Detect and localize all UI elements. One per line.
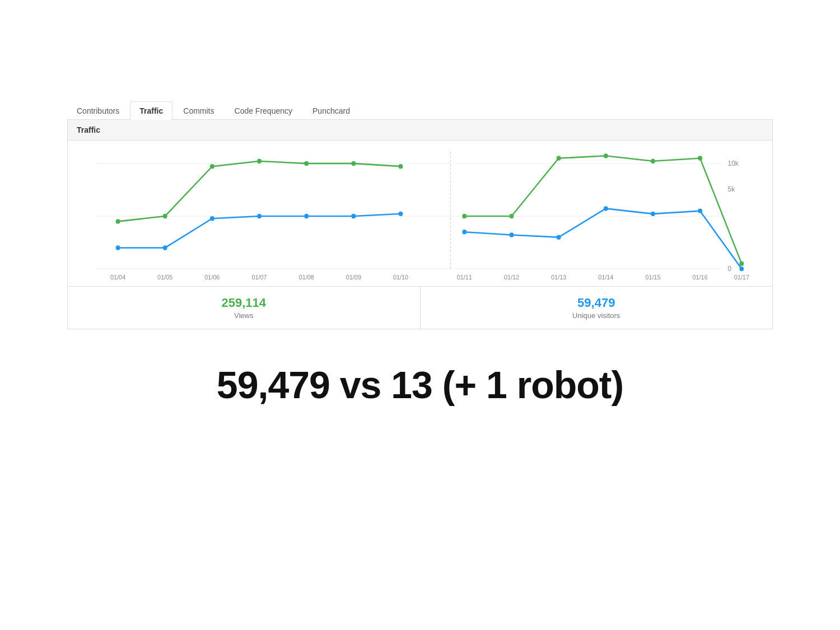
svg-point-36: [698, 156, 702, 160]
svg-text:5k: 5k: [728, 185, 735, 193]
tabs-nav: Contributors Traffic Commits Code Freque…: [67, 101, 773, 120]
tab-traffic[interactable]: Traffic: [130, 101, 172, 120]
views-count: 259,114: [77, 296, 411, 310]
tab-commits[interactable]: Commits: [174, 101, 223, 120]
chart-panel: Traffic 20k 10k 0 10k 5k 0 01/04 01/05: [67, 120, 773, 329]
tab-code-frequency[interactable]: Code Frequency: [225, 101, 302, 120]
traffic-chart-svg: 20k 10k 0 10k 5k 0 01/04 01/05 01/06 01/…: [96, 152, 761, 281]
svg-point-39: [163, 245, 167, 250]
chart-area: 20k 10k 0 10k 5k 0 01/04 01/05 01/06 01/…: [68, 141, 772, 286]
chart-title: Traffic: [68, 120, 772, 141]
svg-point-29: [351, 161, 356, 166]
svg-text:01/11: 01/11: [457, 274, 472, 281]
svg-point-41: [257, 214, 262, 218]
svg-point-40: [210, 216, 214, 221]
svg-point-24: [116, 219, 120, 223]
svg-point-45: [462, 230, 466, 234]
svg-point-51: [739, 267, 744, 271]
svg-point-25: [163, 214, 167, 218]
svg-point-44: [399, 212, 403, 216]
svg-text:01/17: 01/17: [734, 274, 749, 281]
svg-text:01/04: 01/04: [110, 274, 125, 281]
svg-point-28: [304, 161, 309, 166]
svg-point-30: [399, 164, 403, 169]
svg-text:01/16: 01/16: [692, 274, 707, 281]
svg-text:01/06: 01/06: [204, 274, 220, 281]
unique-label: Unique visitors: [430, 311, 764, 320]
svg-point-31: [462, 214, 466, 218]
svg-point-32: [510, 214, 514, 218]
svg-text:01/12: 01/12: [504, 274, 519, 281]
unique-count: 59,479: [430, 296, 764, 310]
svg-text:01/13: 01/13: [551, 274, 566, 281]
svg-text:01/14: 01/14: [598, 274, 613, 281]
svg-point-38: [116, 245, 120, 250]
svg-text:01/15: 01/15: [645, 274, 660, 281]
svg-text:01/05: 01/05: [157, 274, 172, 281]
svg-point-26: [210, 164, 214, 169]
svg-point-49: [651, 212, 655, 216]
svg-point-48: [604, 206, 608, 211]
big-text: 59,479 vs 13 (+ 1 robot): [67, 363, 773, 407]
svg-text:01/07: 01/07: [251, 274, 267, 281]
svg-point-33: [557, 156, 561, 160]
stats-row: 259,114 Views 59,479 Unique visitors: [68, 286, 772, 329]
svg-point-27: [257, 159, 262, 164]
svg-point-34: [604, 153, 608, 158]
tab-contributors[interactable]: Contributors: [67, 101, 129, 120]
svg-point-42: [304, 214, 309, 218]
svg-text:01/10: 01/10: [393, 274, 408, 281]
svg-point-43: [351, 214, 356, 218]
svg-point-46: [510, 232, 514, 237]
tab-punchcard[interactable]: Punchcard: [303, 101, 360, 120]
views-stat: 259,114 Views: [68, 287, 421, 329]
svg-text:10k: 10k: [728, 160, 739, 167]
svg-point-47: [557, 235, 561, 239]
svg-point-35: [651, 159, 655, 164]
svg-text:01/09: 01/09: [346, 274, 361, 281]
svg-point-37: [739, 262, 744, 266]
svg-text:0: 0: [728, 265, 732, 273]
svg-point-50: [698, 208, 702, 213]
views-label: Views: [77, 311, 411, 320]
svg-text:01/08: 01/08: [299, 274, 314, 281]
unique-stat: 59,479 Unique visitors: [421, 287, 773, 329]
